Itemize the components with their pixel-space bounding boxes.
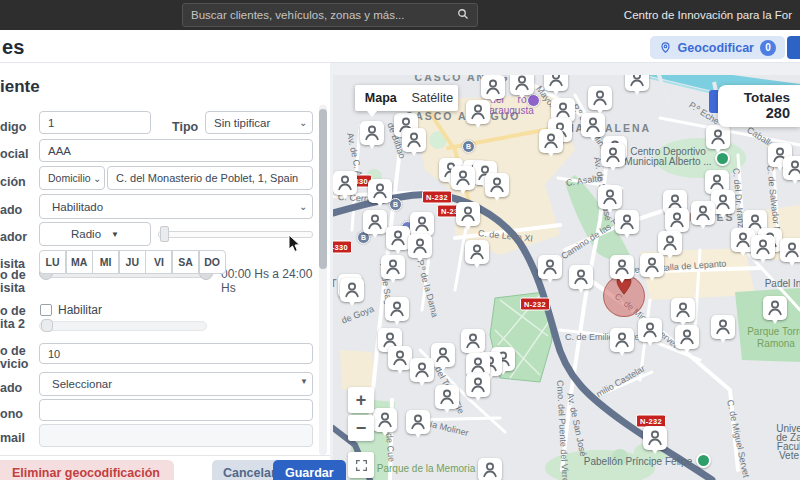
client-marker[interactable] bbox=[435, 385, 459, 409]
client-marker[interactable] bbox=[598, 185, 622, 209]
client-marker[interactable] bbox=[402, 128, 426, 152]
client-marker[interactable] bbox=[456, 202, 480, 226]
fullscreen-button[interactable] bbox=[348, 452, 374, 478]
client-marker[interactable] bbox=[643, 426, 667, 450]
estado-select[interactable]: Habilitado bbox=[39, 194, 313, 219]
visit-day-ma[interactable]: MA bbox=[66, 250, 93, 274]
client-marker[interactable] bbox=[539, 129, 563, 153]
map-canvas[interactable]: CASCO ANTIGUOCASCO ANTIGUOMAGDALENATROFU… bbox=[333, 75, 800, 480]
client-marker[interactable] bbox=[510, 75, 534, 95]
visit-hours2-handle[interactable] bbox=[41, 319, 53, 332]
search-input[interactable] bbox=[183, 9, 449, 21]
transit-stop-icon[interactable]: B bbox=[462, 140, 475, 153]
form-scrollbar-thumb[interactable] bbox=[319, 109, 327, 269]
client-marker[interactable] bbox=[408, 234, 432, 258]
client-marker[interactable] bbox=[363, 210, 387, 234]
client-marker[interactable] bbox=[360, 121, 384, 145]
client-marker[interactable] bbox=[478, 458, 502, 480]
delete-geocode-button[interactable]: Eliminar geocodificación bbox=[0, 460, 174, 480]
client-marker[interactable] bbox=[658, 231, 682, 255]
radio-select[interactable]: Radio▼ bbox=[39, 222, 151, 246]
save-button[interactable]: Guardar bbox=[273, 460, 346, 480]
geocode-button[interactable]: Geocodificar 0 bbox=[650, 36, 785, 59]
tipo-select[interactable]: Sin tipificar bbox=[205, 111, 313, 134]
client-marker[interactable] bbox=[588, 86, 612, 110]
asignado-select[interactable]: Seleccionar bbox=[39, 372, 313, 396]
visit-hours2-slider-track[interactable] bbox=[39, 321, 207, 331]
client-marker[interactable] bbox=[388, 346, 412, 370]
tiempo-servicio-input[interactable] bbox=[39, 343, 313, 364]
client-marker[interactable] bbox=[610, 255, 634, 279]
client-marker[interactable] bbox=[485, 173, 509, 197]
label-direccion: ción bbox=[0, 176, 26, 188]
client-marker[interactable] bbox=[461, 329, 485, 353]
visit-day-ju[interactable]: JU bbox=[119, 250, 146, 274]
label-horario2-line1: o de bbox=[0, 305, 26, 317]
label-tipo: Tipo bbox=[172, 121, 198, 133]
visit-day-sa[interactable]: SA bbox=[172, 250, 199, 274]
client-marker[interactable] bbox=[780, 238, 800, 262]
client-marker[interactable] bbox=[601, 143, 625, 167]
client-marker[interactable] bbox=[751, 235, 775, 259]
page-title: es bbox=[2, 36, 25, 59]
visit-day-lu[interactable]: LU bbox=[39, 250, 66, 274]
client-marker[interactable] bbox=[466, 100, 490, 124]
chevron-down-icon: ▼ bbox=[300, 377, 308, 386]
client-marker[interactable] bbox=[675, 325, 699, 349]
habilitar-checkbox[interactable] bbox=[40, 304, 52, 316]
map-type-map[interactable]: Mapa bbox=[355, 85, 407, 111]
zoom-in-button[interactable]: + bbox=[348, 387, 374, 413]
client-marker[interactable] bbox=[466, 373, 490, 397]
org-name[interactable]: Centro de Innovación para la For bbox=[624, 0, 792, 30]
visit-day-do[interactable]: DO bbox=[199, 250, 226, 274]
global-search[interactable] bbox=[182, 3, 478, 27]
client-marker[interactable] bbox=[625, 75, 649, 91]
codigo-input[interactable] bbox=[39, 111, 151, 134]
radio-slider-track[interactable] bbox=[158, 231, 313, 238]
client-marker[interactable] bbox=[340, 278, 364, 302]
client-marker[interactable] bbox=[431, 343, 455, 367]
email-input[interactable] bbox=[39, 424, 313, 447]
client-marker[interactable] bbox=[671, 298, 695, 322]
green-poi-icon[interactable] bbox=[696, 453, 711, 468]
client-marker[interactable] bbox=[706, 125, 730, 149]
client-marker[interactable] bbox=[783, 156, 800, 180]
client-marker[interactable] bbox=[410, 358, 434, 382]
client-marker[interactable] bbox=[665, 208, 689, 232]
razon-social-input[interactable] bbox=[39, 139, 313, 162]
client-marker[interactable] bbox=[763, 296, 787, 320]
client-marker[interactable] bbox=[410, 212, 434, 236]
zoom-out-button[interactable]: − bbox=[348, 415, 374, 441]
client-marker[interactable] bbox=[406, 410, 430, 434]
client-marker[interactable] bbox=[333, 171, 357, 195]
client-marker[interactable] bbox=[711, 315, 735, 339]
client-marker[interactable] bbox=[368, 179, 392, 203]
client-marker[interactable] bbox=[538, 255, 562, 279]
client-marker[interactable] bbox=[386, 226, 410, 250]
client-marker[interactable] bbox=[691, 201, 715, 225]
visit-day-vi[interactable]: VI bbox=[145, 250, 172, 274]
client-marker[interactable] bbox=[615, 210, 639, 234]
map-type-satellite[interactable]: Satélite bbox=[407, 85, 459, 111]
client-marker[interactable] bbox=[385, 297, 409, 321]
client-marker[interactable] bbox=[640, 253, 664, 277]
client-marker[interactable] bbox=[544, 75, 568, 91]
telefono-input[interactable] bbox=[39, 399, 313, 421]
client-marker[interactable] bbox=[465, 240, 489, 264]
transit-stop-icon[interactable] bbox=[527, 94, 540, 107]
client-marker[interactable] bbox=[373, 408, 397, 432]
top-bar: Centro de Innovación para la For bbox=[0, 0, 800, 30]
client-marker[interactable] bbox=[581, 113, 605, 137]
poi-label: Padel In bbox=[765, 278, 800, 289]
client-marker[interactable] bbox=[638, 318, 662, 342]
direccion-input[interactable] bbox=[107, 166, 313, 190]
client-marker[interactable] bbox=[381, 255, 405, 279]
client-marker[interactable] bbox=[610, 328, 634, 352]
client-marker[interactable] bbox=[451, 166, 475, 190]
client-marker[interactable] bbox=[569, 265, 593, 289]
visit-day-mi[interactable]: MI bbox=[92, 250, 119, 274]
client-marker[interactable] bbox=[481, 75, 505, 99]
radio-slider-handle[interactable] bbox=[160, 226, 169, 242]
partial-primary-button[interactable] bbox=[787, 36, 800, 59]
search-icon[interactable] bbox=[449, 6, 477, 24]
